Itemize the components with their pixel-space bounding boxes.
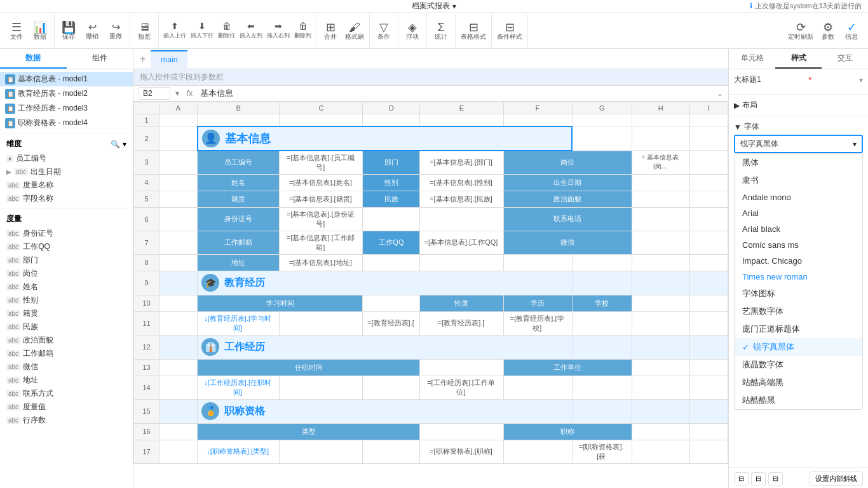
cell-E7[interactable]: =[基本信息表].[工作QQ]	[420, 231, 503, 254]
cell-E14[interactable]: =[工作经历表].[工作单位]	[420, 376, 503, 399]
cell-A17[interactable]	[159, 440, 198, 463]
measure-row-seq[interactable]: abc 行序数	[0, 414, 133, 427]
col-header-G[interactable]: G	[572, 102, 632, 114]
save-button[interactable]: 💾 保存	[57, 20, 80, 41]
font-item-arial[interactable]: Arial	[735, 205, 862, 221]
cell-D4[interactable]: 性别	[363, 174, 420, 191]
font-item-fonticon[interactable]: 字体图标	[735, 285, 862, 302]
cell-G11[interactable]	[572, 311, 632, 335]
measure-dept[interactable]: abc 部门	[0, 254, 133, 267]
cell-I11[interactable]	[689, 311, 728, 335]
cell-F10[interactable]: 学历	[503, 295, 572, 311]
layout-icon-1[interactable]: ⊟	[734, 472, 749, 485]
cell-reference[interactable]: B2	[139, 87, 170, 100]
dim-item-field-name[interactable]: abc 字段名称	[0, 192, 133, 205]
font-item-arialblack[interactable]: Arial black	[735, 221, 862, 237]
cell-H4[interactable]	[632, 174, 689, 191]
cell-I16[interactable]	[689, 423, 728, 440]
measure-ethnic[interactable]: abc 民族	[0, 320, 133, 334]
measure-qq[interactable]: abc 工作QQ	[0, 240, 133, 254]
measure-name[interactable]: abc 姓名	[0, 280, 133, 294]
cell-H12[interactable]	[632, 335, 689, 359]
cell-E5[interactable]: =[基本信息表].[民族]	[420, 191, 503, 207]
spreadsheet[interactable]: A B C D E F G H I 1	[133, 102, 728, 488]
cell-A16[interactable]	[159, 423, 198, 440]
font-item-pangmen[interactable]: 庞门正道标题体	[735, 320, 862, 338]
cell-F3[interactable]: 岗位	[503, 151, 632, 175]
cell-H16[interactable]	[632, 423, 689, 440]
cell-I12[interactable]	[689, 335, 728, 359]
cell-A15[interactable]	[159, 399, 198, 423]
condition-style-button[interactable]: ⊟ 条件样式	[494, 20, 525, 41]
cell-F7[interactable]: 微信	[503, 231, 632, 254]
measure-address[interactable]: abc 地址	[0, 374, 133, 387]
delete-row-button[interactable]: 🗑 删除行	[216, 20, 237, 41]
cell-H17[interactable]	[632, 440, 689, 463]
cell-B12[interactable]: 👔 工作经历	[198, 335, 573, 359]
cell-H7[interactable]	[632, 231, 689, 254]
cell-H14[interactable]	[632, 376, 689, 399]
cell-I4[interactable]	[689, 174, 728, 191]
cell-C4[interactable]: =[基本信息表].[姓名]	[280, 174, 363, 191]
cell-B10[interactable]: 学习时间	[198, 295, 363, 311]
cell-E1[interactable]	[420, 114, 503, 126]
cell-E10[interactable]: 性质	[420, 295, 503, 311]
cell-B1[interactable]	[198, 114, 280, 126]
col-header-H[interactable]: H	[632, 102, 689, 114]
cell-E13[interactable]	[420, 359, 503, 376]
condition-button[interactable]: ▽ 条件	[372, 20, 395, 41]
cell-B13[interactable]: 任职时间	[198, 359, 420, 376]
font-item-times[interactable]: Times new roman	[735, 269, 862, 285]
font-item-comic[interactable]: Comic sans ms	[735, 237, 862, 253]
cell-D6[interactable]	[363, 207, 420, 231]
cell-B2[interactable]: 👤 基本信息	[198, 126, 573, 151]
cell-B8[interactable]: 地址	[198, 254, 280, 271]
delete-col-button[interactable]: 🗑 删除列	[292, 20, 313, 41]
cell-C7[interactable]: =[基本信息表].[工作邮箱]	[280, 231, 363, 254]
cell-G12[interactable]	[572, 335, 632, 359]
col-header-I[interactable]: I	[689, 102, 728, 114]
font-item-lishu[interactable]: 隶书	[735, 172, 862, 189]
cell-I5[interactable]	[689, 191, 728, 207]
font-item-heiti[interactable]: 黑体	[735, 154, 862, 172]
dim-item-employee[interactable]: ♦ 员工编号	[0, 152, 133, 165]
col-header-A[interactable]: A	[159, 102, 198, 114]
font-item-liquid[interactable]: 液晶数字体	[735, 356, 862, 374]
cell-G17[interactable]: =[职称资格表].[获	[572, 440, 632, 463]
cell-A1[interactable]	[159, 114, 198, 126]
cell-B17[interactable]: ↓[职称资格表].[类型]	[198, 440, 280, 463]
tree-item-model4[interactable]: 📋 职称资格表 - model4	[0, 116, 133, 130]
cell-B15[interactable]: 🏅 职称资格	[198, 399, 573, 423]
cell-D8[interactable]	[363, 254, 420, 271]
params-button[interactable]: ⚙ 参数	[817, 20, 839, 41]
measure-gender[interactable]: abc 性别	[0, 294, 133, 307]
refresh-button[interactable]: ⟳ 定时刷新	[785, 20, 816, 41]
font-item-yihei[interactable]: 艺黑数字体	[735, 302, 862, 320]
table-format-button[interactable]: ⊟ 表格格式	[458, 20, 489, 41]
cell-I8[interactable]	[689, 254, 728, 271]
cell-C6[interactable]: =[基本信息表].[身份证号]	[280, 207, 363, 231]
col-header-F[interactable]: F	[503, 102, 572, 114]
dim-item-birth[interactable]: ▶ abc 出生日期	[0, 165, 133, 179]
cell-G10[interactable]: 学校	[572, 295, 632, 311]
cell-F4[interactable]: 出生日期	[503, 174, 632, 191]
measure-post[interactable]: abc 岗位	[0, 267, 133, 280]
insert-col-left-button[interactable]: ⬅ 插入左列	[238, 20, 264, 41]
cell-F8[interactable]	[503, 254, 572, 271]
cell-G8[interactable]	[572, 254, 632, 271]
add-tab-button[interactable]: +	[140, 53, 146, 65]
measure-idcard[interactable]: abc 身份证号	[0, 227, 133, 240]
cell-D10[interactable]	[363, 295, 420, 311]
cell-F11[interactable]: =[教育经历表].[学校]	[503, 311, 572, 335]
cell-G15[interactable]	[572, 399, 632, 423]
cell-B3[interactable]: 员工编号	[198, 151, 280, 175]
cell-B4[interactable]: 姓名	[198, 174, 280, 191]
tree-item-model2[interactable]: 📋 教育经历表 - model2	[0, 86, 133, 101]
measure-hometown[interactable]: abc 籍贯	[0, 307, 133, 320]
cell-C14[interactable]	[280, 376, 363, 399]
font-section-title[interactable]: ▼ 字体	[734, 119, 863, 135]
insert-row-above-button[interactable]: ⬆ 插入上行	[161, 20, 188, 41]
cell-A14[interactable]	[159, 376, 198, 399]
cell-H13[interactable]	[632, 359, 689, 376]
cell-H3[interactable]: = 基本信息表(岗...	[632, 151, 689, 175]
